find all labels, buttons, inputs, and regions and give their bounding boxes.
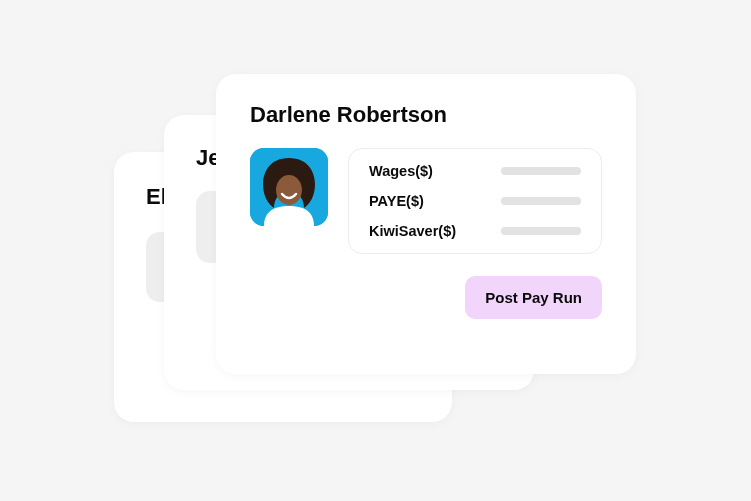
value-placeholder	[501, 227, 581, 235]
pay-field-label: Wages($)	[369, 163, 433, 179]
pay-field-row: PAYE($)	[369, 193, 581, 209]
pay-details-box: Wages($) PAYE($) KiwiSaver($)	[348, 148, 602, 254]
pay-field-row: KiwiSaver($)	[369, 223, 581, 239]
payrun-card-front: Darlene Robertson Wages($) PAYE($)	[216, 74, 636, 374]
value-placeholder	[501, 197, 581, 205]
post-pay-run-button[interactable]: Post Pay Run	[465, 276, 602, 319]
button-row: Post Pay Run	[250, 276, 602, 319]
value-placeholder	[501, 167, 581, 175]
pay-field-row: Wages($)	[369, 163, 581, 179]
employee-name: Darlene Robertson	[250, 102, 602, 128]
svg-point-1	[276, 175, 302, 205]
avatar-icon	[250, 148, 328, 226]
card-body: Wages($) PAYE($) KiwiSaver($)	[250, 148, 602, 254]
employee-avatar	[250, 148, 328, 226]
pay-field-label: KiwiSaver($)	[369, 223, 456, 239]
pay-field-label: PAYE($)	[369, 193, 424, 209]
